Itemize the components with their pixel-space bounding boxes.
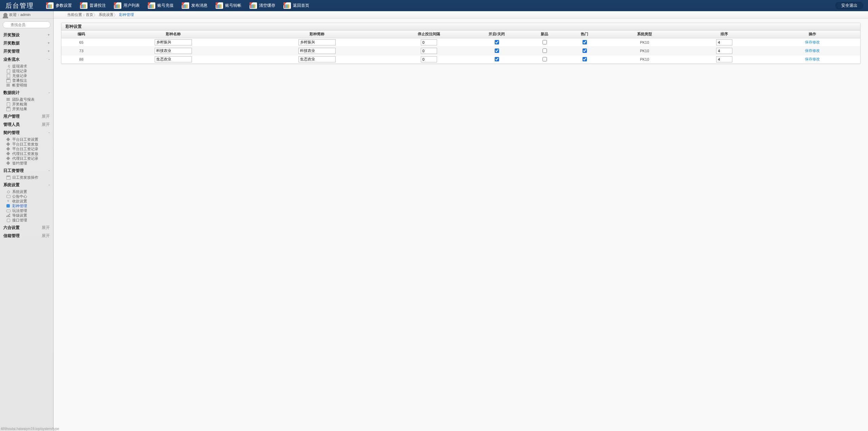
breadcrumb-home[interactable]: 首页	[86, 12, 93, 17]
col-5: 新品	[525, 31, 565, 38]
input-name[interactable]	[155, 48, 192, 54]
sidebar-group-title: 开奖预设	[3, 32, 20, 38]
input-sort[interactable]	[716, 39, 732, 45]
sidebar-item-label: 帐变明细	[12, 83, 27, 87]
checkbox-open[interactable]	[495, 48, 499, 53]
sidebar-group-head-2[interactable]: 开奖管理+	[0, 47, 53, 55]
sidebar-item-9-2[interactable]: 收款设置	[0, 199, 53, 203]
sidebar-group-head-10[interactable]: 六合设置展开	[0, 223, 53, 232]
sidebar-item-3-1[interactable]: 提现记录	[0, 68, 53, 73]
sidebar-item-label: 代理日工资发放	[12, 151, 38, 156]
checkbox-new[interactable]	[542, 57, 547, 61]
i-tag-icon	[6, 137, 10, 141]
i-msg-icon	[6, 194, 10, 198]
main: 当前位置：首页 系统设置 彩种管理 彩种设置 编码彩种名称彩种简称停止投注间隔开…	[54, 11, 868, 431]
save-link[interactable]: 保存修改	[805, 40, 820, 44]
sidebar-item-9-0[interactable]: 系统设置	[0, 189, 53, 194]
sidebar-item-label: 充值记录	[12, 73, 27, 78]
input-stop[interactable]	[421, 48, 437, 54]
i-api-icon	[6, 218, 10, 222]
sidebar-item-7-1[interactable]: 平台日工资发放	[0, 142, 53, 146]
sidebar-item-7-0[interactable]: 平台日工资设置	[0, 137, 53, 142]
input-short[interactable]	[298, 56, 336, 62]
sidebar-item-label: 开奖检测	[12, 102, 27, 106]
sidebar-group-title: 用户管理	[3, 114, 20, 119]
logout-button[interactable]: 安全退出	[835, 2, 863, 9]
sidebar-item-3-3[interactable]: 普通投注	[0, 78, 53, 83]
sidebar-item-label: 彩种管理	[12, 203, 27, 208]
sidebar-item-9-5[interactable]: 等级设置	[0, 213, 53, 218]
search-input[interactable]	[3, 21, 51, 28]
sidebar-item-4-2[interactable]: 开奖结果	[0, 106, 53, 111]
sidebar-item-4-1[interactable]: 开奖检测	[0, 102, 53, 106]
sidebar-item-7-5[interactable]: 签约管理	[0, 161, 53, 165]
input-name[interactable]	[155, 56, 192, 62]
sidebar-group-head-1[interactable]: 开奖数据+	[0, 39, 53, 47]
sidebar-item-4-0[interactable]: 团队盈亏报表	[0, 97, 53, 102]
sidebar-group-toggle: -	[48, 90, 50, 95]
i-cal-icon	[6, 175, 10, 179]
i-doc-icon	[6, 102, 10, 106]
input-stop[interactable]	[421, 56, 437, 62]
sidebar-group-toggle: -	[48, 57, 50, 62]
sidebar-item-3-4[interactable]: 帐变明细	[0, 83, 53, 87]
sidebar-group-head-6[interactable]: 管理人员展开	[0, 120, 53, 129]
sidebar-item-7-3[interactable]: 代理日工资发放	[0, 151, 53, 156]
bars-icon	[250, 2, 257, 9]
sidebar-item-9-1[interactable]: 公告中心	[0, 194, 53, 199]
checkbox-new[interactable]	[542, 40, 547, 44]
input-stop[interactable]	[421, 39, 437, 45]
sidebar-item-9-3[interactable]: 彩种管理	[0, 203, 53, 208]
checkbox-open[interactable]	[495, 57, 499, 61]
sidebar-item-3-0[interactable]: 提现请求	[0, 64, 53, 68]
topnav-item-4[interactable]: 发布消息	[179, 0, 213, 11]
topnav-item-1[interactable]: 普通投注	[77, 0, 111, 11]
sidebar-group-toggle: -	[48, 130, 50, 135]
checkbox-hot[interactable]	[583, 57, 587, 61]
bars-icon	[216, 2, 223, 9]
sidebar-group-head-8[interactable]: 日工资管理-	[0, 166, 53, 175]
sidebar-group-head-7[interactable]: 契约管理-	[0, 129, 53, 137]
save-link[interactable]: 保存修改	[805, 48, 820, 53]
sidebar-item-8-0[interactable]: 日工资发放操作	[0, 175, 53, 180]
sidebar-group-head-0[interactable]: 开奖预设+	[0, 31, 53, 39]
sidebar-group-toggle: +	[47, 41, 50, 45]
sidebar-item-7-2[interactable]: 平台日工资记录	[0, 146, 53, 151]
sidebar-item-label: 团队盈亏报表	[12, 97, 35, 102]
sidebar-group-head-3[interactable]: 业务流水-	[0, 55, 53, 63]
bars-icon	[283, 2, 291, 9]
sidebar-group-head-9[interactable]: 系统设置-	[0, 181, 53, 189]
sidebar-item-7-4[interactable]: 代理日工资记录	[0, 156, 53, 161]
sidebar-group-head-11[interactable]: 信箱管理展开	[0, 232, 53, 240]
lottery-table: 编码彩种名称彩种简称停止投注间隔开启/关闭新品热门系统类型排序操作 65PK10…	[61, 31, 860, 64]
sidebar-group-head-5[interactable]: 用户管理展开	[0, 112, 53, 120]
sidebar-item-label: 平台日工资设置	[12, 137, 38, 142]
topnav-item-0[interactable]: 参数设置	[43, 0, 77, 11]
save-link[interactable]: 保存修改	[805, 57, 820, 61]
sidebar-group-title: 业务流水	[3, 57, 20, 62]
input-short[interactable]	[298, 39, 336, 45]
checkbox-open[interactable]	[495, 40, 499, 44]
sidebar-group-head-4[interactable]: 数据统计-	[0, 89, 53, 97]
sidebar-item-3-2[interactable]: 充值记录	[0, 73, 53, 78]
panel-title: 彩种设置	[61, 23, 860, 31]
breadcrumb-system[interactable]: 系统设置	[96, 12, 116, 18]
sidebar-item-label: 公告中心	[12, 194, 27, 199]
input-sort[interactable]	[716, 56, 732, 62]
topnav-item-2[interactable]: 用户列表	[111, 0, 145, 11]
i-cal-icon	[6, 107, 10, 111]
sidebar-item-9-4[interactable]: 玩法管理	[0, 208, 53, 213]
checkbox-hot[interactable]	[583, 40, 587, 44]
topnav-item-5[interactable]: 账号转帐	[213, 0, 247, 11]
checkbox-new[interactable]	[542, 48, 547, 53]
input-short[interactable]	[298, 48, 336, 54]
checkbox-hot[interactable]	[583, 48, 587, 53]
topnav-item-7[interactable]: 返回首页	[281, 0, 315, 11]
topnav-item-3[interactable]: 账号充值	[145, 0, 179, 11]
topnav-item-6[interactable]: 清空缓存	[247, 0, 281, 11]
status-url: 489houtai.haiwaiym19.top/system/type	[1, 427, 59, 431]
sidebar-group-title: 系统设置	[3, 182, 20, 188]
input-name[interactable]	[155, 39, 192, 45]
sidebar-item-9-6[interactable]: 接口管理	[0, 218, 53, 222]
input-sort[interactable]	[716, 48, 732, 54]
